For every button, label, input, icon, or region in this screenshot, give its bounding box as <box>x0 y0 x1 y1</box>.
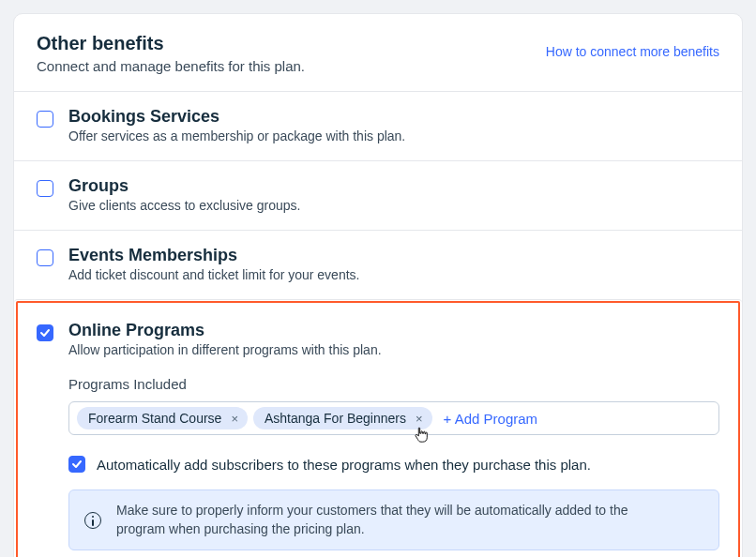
benefit-bookings: Bookings Services Offer services as a me… <box>14 91 742 160</box>
auto-add-checkbox[interactable] <box>68 456 85 473</box>
bookings-checkbox[interactable] <box>37 111 53 128</box>
benefit-groups: Groups Give clients access to exclusive … <box>14 160 742 230</box>
check-icon <box>71 459 83 470</box>
card-header: Other benefits Connect and manage benefi… <box>14 14 742 91</box>
chip-label: Ashtanga For Beginners <box>265 411 406 426</box>
groups-content: Groups Give clients access to exclusive … <box>68 176 719 213</box>
programs-content: Online Programs Allow participation in d… <box>68 321 719 550</box>
connect-benefits-link[interactable]: How to connect more benefits <box>546 44 719 59</box>
check-icon <box>39 327 51 339</box>
programs-title: Online Programs <box>68 321 719 340</box>
header-text: Other benefits Connect and manage benefi… <box>37 33 305 74</box>
header-title: Other benefits <box>37 33 305 54</box>
chip-remove-icon[interactable]: × <box>229 413 240 425</box>
events-title: Events Memberships <box>68 246 719 265</box>
info-banner: Make sure to properly inform your custom… <box>68 489 719 550</box>
programs-section-label: Programs Included <box>68 376 719 392</box>
auto-add-label: Automatically add subscribers to these p… <box>97 457 591 473</box>
benefit-programs: Online Programs Allow participation in d… <box>14 299 742 557</box>
info-text: Make sure to properly inform your custom… <box>116 502 642 538</box>
groups-desc: Give clients access to exclusive groups. <box>68 198 719 213</box>
events-checkbox[interactable] <box>37 249 53 266</box>
bookings-content: Bookings Services Offer services as a me… <box>68 107 719 143</box>
chip-remove-icon[interactable]: × <box>414 413 425 425</box>
add-program-button[interactable]: + Add Program <box>444 411 537 427</box>
programs-desc: Allow participation in different program… <box>68 342 719 357</box>
chip-label: Forearm Stand Course <box>88 411 221 426</box>
groups-title: Groups <box>68 176 719 196</box>
chip-ashtanga: Ashtanga For Beginners × <box>253 407 432 429</box>
programs-checkbox[interactable] <box>37 324 53 341</box>
auto-add-row: Automatically add subscribers to these p… <box>68 456 719 473</box>
events-content: Events Memberships Add ticket discount a… <box>68 246 719 282</box>
events-desc: Add ticket discount and ticket limit for… <box>68 267 719 282</box>
chip-forearm-stand: Forearm Stand Course × <box>77 407 248 429</box>
header-subtitle: Connect and manage benefits for this pla… <box>37 58 305 74</box>
benefit-events: Events Memberships Add ticket discount a… <box>14 230 742 299</box>
info-icon <box>84 512 101 529</box>
bookings-title: Bookings Services <box>68 107 719 127</box>
benefits-card: Other benefits Connect and manage benefi… <box>13 13 743 557</box>
groups-checkbox[interactable] <box>37 180 53 197</box>
bookings-desc: Offer services as a membership or packag… <box>68 128 719 143</box>
programs-chip-field[interactable]: Forearm Stand Course × Ashtanga For Begi… <box>68 401 719 435</box>
